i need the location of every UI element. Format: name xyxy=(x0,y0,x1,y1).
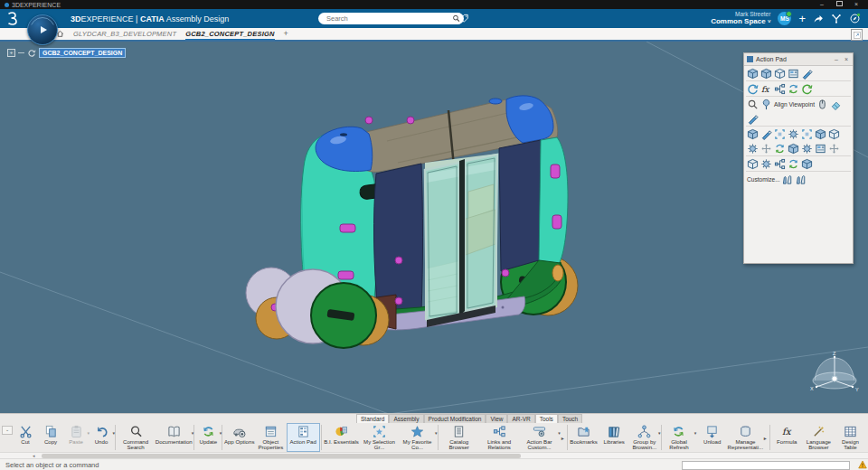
tab-standard[interactable]: Standard xyxy=(356,414,389,423)
tab-assembly[interactable]: Assembly xyxy=(389,414,423,423)
app-options-button[interactable]: App Options xyxy=(223,423,255,452)
links-and-relations-button[interactable]: Links and Relations xyxy=(479,423,519,452)
unload-button[interactable]: Unload xyxy=(695,423,729,452)
insert-component-icon[interactable] xyxy=(774,128,786,140)
component-tool-icon[interactable] xyxy=(801,68,813,80)
tab-touch[interactable]: Touch xyxy=(558,414,582,423)
bi-essentials-button[interactable]: B.I. Essentials xyxy=(323,423,361,452)
global-refresh-button[interactable]: ▾ Global Refresh xyxy=(663,423,696,452)
replace-component-icon[interactable] xyxy=(747,128,759,140)
model-cube-icon[interactable] xyxy=(747,68,759,80)
my-favorite-commands-button[interactable]: ▾ My Favorite Co... xyxy=(399,423,437,452)
command-search-button[interactable]: Command Search xyxy=(117,423,155,452)
search-input[interactable] xyxy=(325,14,452,24)
customize-button[interactable]: Customize... xyxy=(747,176,780,183)
align-components-icon[interactable] xyxy=(801,143,813,155)
language-browser-button[interactable]: Language Browser xyxy=(803,423,835,452)
documentation-button[interactable]: ▾ Documentation xyxy=(155,423,193,452)
session-board-icon[interactable] xyxy=(788,68,799,80)
fasten-components-icon[interactable] xyxy=(788,143,799,155)
add-tab-button[interactable]: + xyxy=(284,29,288,39)
manipulator-a-icon[interactable] xyxy=(782,174,794,185)
manipulator-b-icon[interactable] xyxy=(796,174,807,185)
formula-fx-icon[interactable] xyxy=(760,83,772,95)
paste-button[interactable]: ▾ Paste xyxy=(63,423,89,452)
tab-product-modification[interactable]: Product Modification xyxy=(424,414,486,423)
eraser-icon[interactable] xyxy=(830,99,842,110)
tab-view[interactable]: View xyxy=(486,414,507,423)
3dexperience-compass-button[interactable] xyxy=(27,14,58,45)
action-pad-close-button[interactable]: × xyxy=(843,55,850,64)
align-viewpoint-button[interactable]: Align Viewpoint xyxy=(774,101,815,108)
formula-button[interactable]: Formula xyxy=(771,423,803,452)
collaboration-icon[interactable] xyxy=(831,14,842,24)
assembly-component-icon[interactable] xyxy=(760,68,772,80)
compass-help-icon[interactable] xyxy=(849,13,861,24)
create-line-icon[interactable] xyxy=(760,128,772,140)
pattern-component-icon[interactable] xyxy=(815,143,826,155)
bookmarks-button[interactable]: Bookmarks xyxy=(569,423,599,452)
action-bar-customize-button[interactable]: ▾ Action Bar Custom... xyxy=(519,423,559,452)
tab-ar-vr[interactable]: AR-VR xyxy=(507,414,534,423)
update-status-icon[interactable] xyxy=(747,83,759,95)
power-input-field[interactable] xyxy=(682,461,850,470)
global-search[interactable] xyxy=(318,13,464,24)
tag-icon[interactable] xyxy=(459,14,469,24)
action-pad-minimize-button[interactable]: – xyxy=(833,55,840,64)
group-overflow-button[interactable]: ▸ xyxy=(560,423,566,452)
copy-button[interactable]: Copy xyxy=(38,423,63,452)
break-link-icon[interactable] xyxy=(828,143,840,155)
vehicle-model[interactable] xyxy=(235,83,597,363)
publication-icon[interactable] xyxy=(801,158,813,170)
cut-button[interactable]: Cut xyxy=(13,423,38,452)
move-component-icon[interactable] xyxy=(760,158,772,170)
action-pad-button[interactable]: Action Pad xyxy=(287,423,320,452)
spec-tree-root[interactable]: + GCB2_CONCEPT_DESIGN xyxy=(7,48,126,58)
turntable-icon[interactable] xyxy=(760,99,772,110)
group-by-browsing-button[interactable]: ▾ Group by Browsin... xyxy=(629,423,660,452)
object-properties-button[interactable]: Object Properties xyxy=(255,423,287,452)
undo-button[interactable]: ▾ Undo xyxy=(89,423,114,452)
measure-item-icon[interactable] xyxy=(747,113,759,125)
smart-move-icon[interactable] xyxy=(774,143,786,155)
lock-manage-icon[interactable] xyxy=(788,128,799,140)
constraints-icon[interactable] xyxy=(747,143,759,155)
impact-graph-icon[interactable] xyxy=(774,83,786,95)
user-space-selector[interactable]: Mark Streeter Common Space ˅ xyxy=(711,12,770,25)
window-minimize-button[interactable]: – xyxy=(815,0,829,9)
reorder-tree-icon[interactable] xyxy=(774,158,786,170)
3d-viewport[interactable]: + GCB2_CONCEPT_DESIGN xyxy=(0,42,868,413)
tab-tools[interactable]: Tools xyxy=(535,414,558,423)
action-pad-titlebar[interactable]: Action Pad – × xyxy=(744,53,853,66)
my-selection-groups-button[interactable]: My Selection Gr... xyxy=(361,423,399,452)
share-icon[interactable] xyxy=(813,14,824,24)
update-button[interactable]: ▾ Update xyxy=(195,423,221,452)
avatar[interactable]: MS xyxy=(778,12,791,25)
action-pad-panel[interactable]: Action Pad – × xyxy=(743,52,854,264)
explode-view-icon[interactable] xyxy=(828,128,840,140)
tree-expander-icon[interactable]: + xyxy=(7,49,15,57)
update-children-icon[interactable] xyxy=(788,158,799,170)
collapse-action-bar-button[interactable]: ⌄ xyxy=(2,426,13,435)
catalog-browser-button[interactable]: Catalog Browser xyxy=(439,423,479,452)
view-compass[interactable]: Z X Y xyxy=(807,351,862,400)
synchronize-icon[interactable] xyxy=(801,83,813,95)
tab-gcb2-concept-design[interactable]: GCB2_CONCEPT_DESIGN xyxy=(185,29,274,40)
warning-icon[interactable] xyxy=(858,460,867,469)
duplicate-component-icon[interactable] xyxy=(815,128,826,140)
window-close-button[interactable]: × xyxy=(849,0,863,9)
surface-shape-icon[interactable] xyxy=(774,68,786,80)
expand-viewport-button[interactable] xyxy=(851,29,863,41)
libraries-button[interactable]: Libraries xyxy=(599,423,629,452)
isolate-icon[interactable] xyxy=(747,158,759,170)
refresh-icon[interactable] xyxy=(788,83,799,95)
manage-representations-button[interactable]: Manage Representati... xyxy=(729,423,762,452)
snap-icon[interactable] xyxy=(760,143,772,155)
tab-glydcar-b3-development[interactable]: GLYDCAR_B3_DEVELOPMENT xyxy=(73,29,176,39)
inspect-magnifier-icon[interactable] xyxy=(747,99,759,110)
frame-select-icon[interactable] xyxy=(801,128,813,140)
design-table-button[interactable]: Design Table xyxy=(835,423,866,452)
tree-root-label[interactable]: GCB2_CONCEPT_DESIGN xyxy=(39,48,126,58)
compass-center[interactable] xyxy=(832,376,837,381)
mouse-settings-icon[interactable] xyxy=(816,99,828,110)
